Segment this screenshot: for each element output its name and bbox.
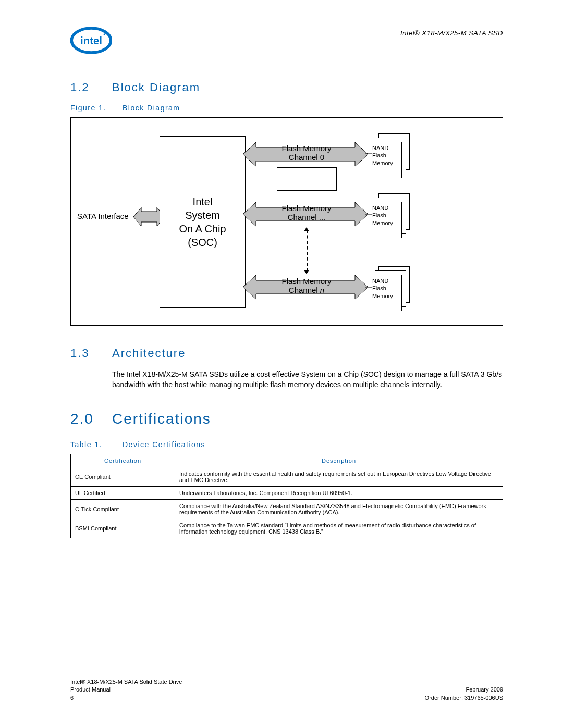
- col-description: Description: [175, 454, 503, 467]
- nand-line: Memory: [372, 159, 400, 167]
- arrow-head-icon: [304, 270, 309, 274]
- table-1-caption: Table 1. Device Certifications: [70, 440, 503, 449]
- label-line: Flash Memory: [270, 204, 343, 213]
- cert-desc: Compliance to the Taiwan EMC standard “L…: [175, 519, 503, 538]
- label-line: Flash Memory: [270, 277, 343, 286]
- section-num: 1.3: [70, 347, 112, 360]
- cert-name: C-Tick Compliant: [71, 500, 175, 519]
- dashed-arrow-icon: [307, 230, 308, 272]
- table-label: Table 1.: [70, 440, 123, 449]
- soc-line: On A Chip: [179, 222, 226, 236]
- page-footer: Intel® X18-M/X25-M SATA Solid State Driv…: [70, 678, 503, 702]
- soc-line: (SOC): [188, 236, 217, 249]
- soc-box: Intel System On A Chip (SOC): [160, 136, 246, 308]
- label-line: Channel ...: [270, 213, 343, 221]
- svg-point-2: [104, 33, 105, 35]
- table-row: CE Compliant Indicates conformity with t…: [71, 467, 503, 487]
- arrow-head-icon: [304, 227, 309, 231]
- table-row: BSMI Compliant Compliance to the Taiwan …: [71, 519, 503, 538]
- label-text: Channel: [289, 286, 320, 294]
- connector-line-icon: [365, 153, 372, 154]
- footer-line: February 2009: [425, 686, 503, 694]
- figure-title: Block Diagram: [123, 104, 180, 112]
- figure-1-caption: Figure 1. Block Diagram: [70, 104, 503, 112]
- page-header: intel Intel® X18-M/X25-M SATA SSD: [70, 26, 503, 55]
- footer-left: Intel® X18-M/X25-M SATA Solid State Driv…: [70, 678, 182, 702]
- certifications-table: Certification Description CE Compliant I…: [70, 454, 503, 538]
- page-number: 6: [70, 694, 182, 702]
- label-line: Channel n: [270, 286, 343, 294]
- connector-line-icon: [365, 214, 372, 215]
- architecture-paragraph: The Intel X18-M/X25-M SATA SSDs utilize …: [112, 369, 503, 390]
- nand-line: NAND: [372, 144, 400, 152]
- footer-line: Order Number: 319765-006US: [425, 694, 503, 702]
- col-certification: Certification: [71, 454, 175, 467]
- figure-label: Figure 1.: [70, 104, 123, 112]
- cert-desc: Indicates conformity with the essential …: [175, 467, 503, 487]
- section-title: Architecture: [112, 347, 186, 360]
- nand-stack: NAND Flash Memory: [371, 193, 410, 235]
- soc-line: Intel: [193, 195, 213, 208]
- section-1-3-heading: 1.3 Architecture: [70, 347, 503, 360]
- nand-line: Flash: [372, 152, 400, 159]
- footer-line: Intel® X18-M/X25-M SATA Solid State Driv…: [70, 678, 182, 686]
- cert-desc: Underwriters Laboratories, Inc. Componen…: [175, 487, 503, 500]
- section-title: Certifications: [112, 411, 211, 427]
- footer-right: February 2009 Order Number: 319765-006US: [425, 678, 503, 702]
- nand-line: Flash: [372, 212, 400, 219]
- flash-channel-n-label: Flash Memory Channel n: [270, 277, 343, 294]
- channel-box: [277, 167, 337, 191]
- table-row: C-Tick Compliant Compliance with the Aus…: [71, 500, 503, 519]
- nand-stack: NAND Flash Memory: [371, 133, 410, 175]
- table-row: UL Certified Underwriters Laboratories, …: [71, 487, 503, 500]
- nand-line: Memory: [372, 292, 400, 300]
- nand-line: Flash: [372, 285, 400, 292]
- svg-text:intel: intel: [80, 35, 102, 46]
- section-num: 2.0: [70, 411, 112, 427]
- block-diagram: SATA Interface Intel System On A Chip (S…: [70, 117, 503, 326]
- label-line: Flash Memory: [270, 144, 343, 153]
- section-title: Block Diagram: [112, 81, 200, 94]
- header-product: Intel® X18-M/X25-M SATA SSD: [400, 29, 503, 37]
- label-italic: n: [320, 286, 324, 294]
- section-1-2-heading: 1.2 Block Diagram: [70, 81, 503, 94]
- flash-channel-mid-label: Flash Memory Channel ...: [270, 204, 343, 221]
- cert-name: BSMI Compliant: [71, 519, 175, 538]
- intel-logo-icon: intel: [70, 26, 112, 55]
- cert-desc: Compliance with the Australia/New Zealan…: [175, 500, 503, 519]
- section-2-0-heading: 2.0 Certifications: [70, 411, 503, 427]
- footer-line: Product Manual: [70, 686, 182, 694]
- nand-line: Memory: [372, 219, 400, 227]
- nand-line: NAND: [372, 204, 400, 212]
- sata-interface-label: SATA Interface: [77, 212, 129, 220]
- cert-name: UL Certified: [71, 487, 175, 500]
- soc-line: System: [185, 208, 220, 222]
- cert-name: CE Compliant: [71, 467, 175, 487]
- nand-stack: NAND Flash Memory: [371, 266, 410, 308]
- nand-line: NAND: [372, 277, 400, 285]
- connector-line-icon: [365, 287, 372, 288]
- flash-channel-0-label: Flash Memory Channel 0: [270, 144, 343, 162]
- label-line: Channel 0: [270, 153, 343, 162]
- section-num: 1.2: [70, 81, 112, 94]
- table-title: Device Certifications: [123, 440, 205, 449]
